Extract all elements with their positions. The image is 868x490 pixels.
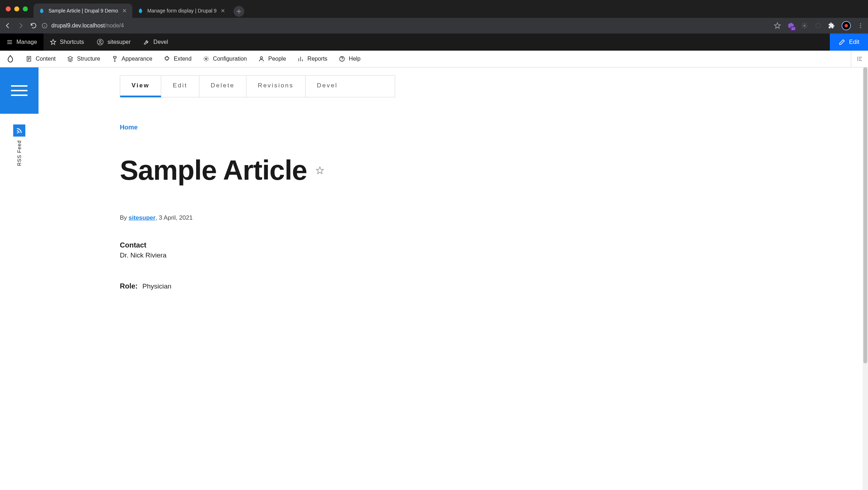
main-content: View Edit Delete Revisions Devel Home Sa… <box>39 67 395 490</box>
byline: By sitesuper, 3 April, 2021 <box>120 214 395 221</box>
edit-button-label: Edit <box>849 39 859 46</box>
star-icon <box>50 39 56 45</box>
admin-menu-label: Extend <box>174 56 192 62</box>
wrench-icon <box>143 39 150 45</box>
byline-date: , 3 April, 2021 <box>155 214 193 221</box>
rss-feed-link[interactable]: RSS Feed <box>13 124 25 166</box>
drupal-home-icon[interactable] <box>6 55 14 63</box>
svg-point-3 <box>860 23 861 24</box>
tab-view[interactable]: View <box>120 76 161 97</box>
new-tab-button[interactable] <box>234 6 244 17</box>
tab-delete[interactable]: Delete <box>199 76 246 97</box>
window-minimize[interactable] <box>14 6 19 11</box>
admin-menu-orientation-toggle[interactable] <box>851 51 868 67</box>
admin-menu-extend[interactable]: Extend <box>164 56 192 62</box>
rss-label: RSS Feed <box>16 140 22 166</box>
toolbar-shortcuts[interactable]: Shortcuts <box>44 34 91 51</box>
extensions-puzzle-icon[interactable] <box>828 22 835 29</box>
field-label: Contact <box>120 241 395 249</box>
layers-icon <box>67 56 73 62</box>
svg-point-4 <box>860 25 861 26</box>
toolbar-user[interactable]: sitesuper <box>90 34 137 51</box>
extension-icon-2[interactable] <box>801 22 808 29</box>
toolbar-devel[interactable]: Devel <box>137 34 174 51</box>
left-sidebar: RSS Feed <box>0 67 39 490</box>
close-icon[interactable] <box>122 8 127 14</box>
document-icon <box>26 56 32 62</box>
user-icon <box>97 39 104 46</box>
admin-menu-label: Appearance <box>122 56 152 62</box>
paint-icon <box>112 56 118 62</box>
admin-menu-appearance[interactable]: Appearance <box>112 56 152 62</box>
byline-prefix: By <box>120 214 129 221</box>
window-close[interactable] <box>6 6 11 11</box>
sidebar-menu-toggle[interactable] <box>0 67 39 114</box>
browser-tab-2[interactable]: Manage form display | Drupal 9 <box>132 4 231 18</box>
field-value: Physician <box>142 282 171 290</box>
page-title: Sample Article <box>120 154 307 187</box>
admin-menu-label: People <box>268 56 286 62</box>
admin-menu-content[interactable]: Content <box>26 56 56 62</box>
field-label: Role: <box>120 282 138 290</box>
drupal-icon <box>39 7 45 14</box>
address-bar[interactable]: drupal9.dev.localhost/node/4 <box>41 22 770 29</box>
close-icon[interactable] <box>220 8 226 14</box>
tab-title: Sample Article | Drupal 9 Demo <box>48 8 118 14</box>
field-contact: Contact Dr. Nick Riviera <box>120 241 395 259</box>
admin-menu-structure[interactable]: Structure <box>67 56 100 62</box>
hamburger-icon <box>6 39 13 45</box>
browser-tab-1[interactable]: Sample Article | Drupal 9 Demo <box>34 4 132 18</box>
admin-menu-label: Help <box>349 56 361 62</box>
byline-author-link[interactable]: sitesuper <box>129 214 156 221</box>
back-button[interactable] <box>4 22 11 29</box>
favorite-star-icon[interactable] <box>316 166 324 175</box>
extension-icon[interactable] <box>787 22 795 29</box>
tab-devel[interactable]: Devel <box>306 76 349 97</box>
edit-button[interactable]: Edit <box>830 34 868 51</box>
toolbar-devel-label: Devel <box>153 39 168 45</box>
url-host: drupal9.dev.localhost <box>51 22 105 29</box>
tab-title: Manage form display | Drupal 9 <box>147 8 216 14</box>
scrollbar-thumb[interactable] <box>863 67 867 363</box>
url-path: /node/4 <box>105 22 124 29</box>
breadcrumb-home[interactable]: Home <box>120 124 395 131</box>
toolbar-user-label: sitesuper <box>107 39 131 45</box>
content-tabs: View Edit Delete Revisions Devel <box>120 75 395 97</box>
admin-menu-label: Structure <box>77 56 100 62</box>
window-maximize[interactable] <box>23 6 28 11</box>
admin-menu: Content Structure Appearance Extend Conf… <box>0 51 868 67</box>
browser-tab-strip: Sample Article | Drupal 9 Demo Manage fo… <box>0 0 868 18</box>
site-info-icon[interactable] <box>41 22 48 29</box>
svg-point-5 <box>860 27 861 28</box>
browser-toolbar: drupal9.dev.localhost/node/4 <box>0 18 868 34</box>
toolbar-manage[interactable]: Manage <box>0 34 44 51</box>
tab-edit[interactable]: Edit <box>161 76 199 97</box>
chart-icon <box>297 56 304 62</box>
admin-menu-configuration[interactable]: Configuration <box>203 56 247 62</box>
reload-button[interactable] <box>30 22 37 29</box>
browser-menu-icon[interactable] <box>857 22 864 29</box>
profile-avatar[interactable] <box>842 21 851 30</box>
admin-menu-label: Content <box>36 56 56 62</box>
gear-icon <box>203 56 209 62</box>
admin-menu-label: Configuration <box>213 56 247 62</box>
svg-point-2 <box>816 23 820 28</box>
svg-point-7 <box>99 40 101 42</box>
forward-button[interactable] <box>17 22 24 29</box>
rss-icon <box>13 124 25 137</box>
admin-menu-help[interactable]: Help <box>339 56 361 62</box>
window-controls <box>0 6 34 11</box>
help-icon <box>339 56 345 62</box>
admin-menu-label: Reports <box>307 56 327 62</box>
drupal-icon <box>137 7 144 14</box>
pencil-icon <box>838 39 846 46</box>
scrollbar[interactable] <box>863 67 868 490</box>
admin-menu-people[interactable]: People <box>258 56 286 62</box>
drupal-toolbar: Manage Shortcuts sitesuper Devel Edit <box>0 34 868 51</box>
extension-icon-3[interactable] <box>815 22 822 29</box>
tab-revisions[interactable]: Revisions <box>246 76 306 97</box>
svg-point-9 <box>205 58 207 60</box>
toolbar-manage-label: Manage <box>16 39 37 45</box>
bookmark-star-icon[interactable] <box>774 22 781 29</box>
admin-menu-reports[interactable]: Reports <box>297 56 327 62</box>
